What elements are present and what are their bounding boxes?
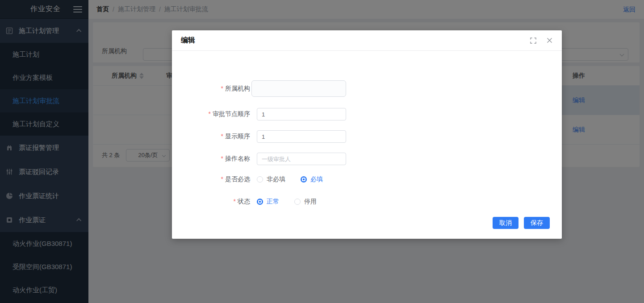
form-row-display-order: *显示顺序	[172, 130, 346, 143]
radio-option-label: 停用	[304, 198, 317, 206]
node-order-field-label: *审批节点顺序	[172, 110, 250, 118]
required-asterisk: *	[234, 198, 236, 205]
form-row-org: *所属机构	[172, 80, 346, 97]
required-asterisk: *	[221, 85, 223, 92]
required-radio-group: 非必填 必填	[257, 175, 323, 183]
radio-checked-icon	[257, 199, 263, 205]
node-order-field[interactable]	[257, 108, 346, 120]
save-button[interactable]: 保存	[524, 217, 550, 229]
org-field[interactable]	[251, 80, 346, 97]
org-field-label: *所属机构	[172, 85, 250, 93]
edit-dialog: 编辑 *所属机构 *审批节点顺序 *显示顺序 *操作名称 *是否必选	[172, 30, 562, 239]
required-field-label: *是否必选	[172, 175, 250, 183]
status-radio-group: 正常 停用	[257, 198, 317, 206]
radio-option-label: 非必填	[267, 175, 285, 183]
radio-option-not-required[interactable]: 非必填	[257, 175, 285, 183]
fullscreen-icon[interactable]	[530, 37, 537, 44]
edit-dialog-body: *所属机构 *审批节点顺序 *显示顺序 *操作名称 *是否必选 非必填 必填 *…	[172, 51, 562, 217]
required-asterisk: *	[209, 110, 211, 117]
status-field-label: *状态	[172, 198, 250, 206]
form-row-action-name: *操作名称	[172, 153, 346, 165]
edit-dialog-footer: 取消 保存	[493, 217, 550, 229]
display-order-field-label: *显示顺序	[172, 133, 250, 141]
form-row-status: *状态 正常 停用	[172, 198, 317, 206]
form-row-node-order: *审批节点顺序	[172, 108, 346, 120]
radio-option-required[interactable]: 必填	[301, 175, 323, 183]
radio-unchecked-icon	[294, 199, 301, 205]
radio-checked-icon	[301, 176, 307, 183]
form-row-required: *是否必选 非必填 必填	[172, 175, 323, 183]
edit-dialog-title: 编辑	[181, 36, 195, 45]
radio-option-normal[interactable]: 正常	[257, 198, 279, 206]
required-asterisk: *	[221, 133, 223, 140]
required-asterisk: *	[221, 155, 223, 162]
display-order-field[interactable]	[257, 130, 346, 143]
cancel-button[interactable]: 取消	[493, 217, 519, 229]
edit-dialog-header: 编辑	[172, 30, 562, 51]
required-asterisk: *	[221, 175, 223, 183]
radio-option-label: 必填	[310, 175, 323, 183]
action-name-field-label: *操作名称	[172, 155, 250, 163]
radio-unchecked-icon	[257, 176, 263, 183]
action-name-field[interactable]	[257, 153, 346, 165]
radio-option-disabled[interactable]: 停用	[294, 198, 317, 206]
close-icon[interactable]	[546, 37, 553, 44]
radio-option-label: 正常	[267, 198, 279, 206]
